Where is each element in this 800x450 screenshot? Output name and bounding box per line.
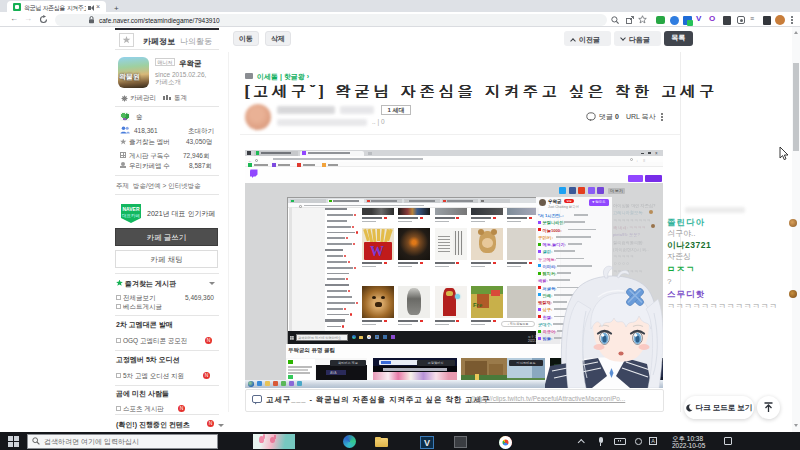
svg-text:대표카페: 대표카페 bbox=[122, 213, 140, 218]
svg-text:NAVER: NAVER bbox=[122, 206, 140, 212]
